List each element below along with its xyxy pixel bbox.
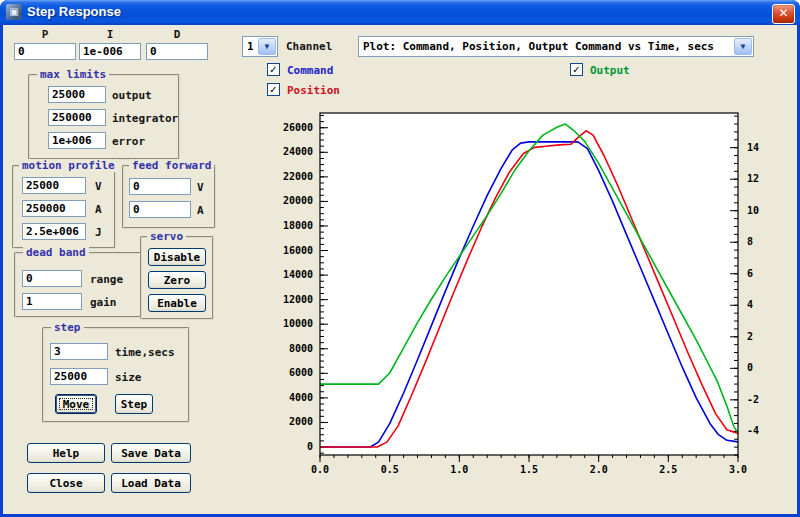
svg-text:2.0: 2.0 [590,464,608,475]
close-window-button[interactable]: ✕ [772,4,795,24]
ff-v-input[interactable] [129,178,191,195]
app-icon: ▣ [6,4,22,20]
svg-text:18000: 18000 [283,220,313,231]
max-integrator-input[interactable] [48,109,106,126]
save-data-button[interactable]: Save Data [111,443,191,463]
svg-text:6: 6 [747,268,753,279]
i-input[interactable] [79,43,141,60]
max-output-label: output [112,89,152,102]
title-bar[interactable]: ▣ Step Response ✕ [0,0,800,25]
max-integrator-label: integrator [112,112,178,125]
svg-text:-2: -2 [747,394,759,405]
max-error-label: error [112,135,145,148]
feed-forward-title: feed forward [129,159,214,172]
svg-text:0: 0 [307,441,313,452]
move-button[interactable]: Move [55,394,97,414]
d-input[interactable] [146,43,208,60]
window-title: Step Response [27,4,121,19]
svg-text:14000: 14000 [283,269,313,280]
svg-text:8000: 8000 [289,343,313,354]
svg-text:2.5: 2.5 [659,464,677,475]
svg-text:4000: 4000 [289,392,313,403]
p-input[interactable] [14,43,76,60]
plot-select-value: Plot: Command, Position, Output Command … [363,40,714,53]
plot-select[interactable]: Plot: Command, Position, Output Command … [358,36,754,57]
step-button[interactable]: Step [115,394,153,414]
help-button[interactable]: Help [27,443,105,463]
channel-value: 1 [247,40,254,53]
svg-text:12: 12 [747,173,759,184]
svg-text:4: 4 [747,299,753,310]
svg-text:0.5: 0.5 [381,464,399,475]
svg-text:14: 14 [747,142,759,153]
svg-text:1.5: 1.5 [520,464,538,475]
servo-title: servo [147,230,186,243]
step-response-window: ▣ Step Response ✕ P I D 1 ▼ Channel Plot… [0,0,800,517]
svg-text:3.0: 3.0 [729,464,747,475]
output-checkbox[interactable]: ✓ [570,63,583,76]
profile-a-label: A [95,203,102,216]
ff-v-label: V [197,181,204,194]
plot-dropdown-arrow-icon[interactable]: ▼ [734,38,752,55]
profile-v-input[interactable] [22,177,86,194]
svg-text:0: 0 [747,362,753,373]
motion-profile-title: motion profile [19,159,118,172]
deadband-range-input[interactable] [22,270,82,287]
channel-dropdown-arrow-icon[interactable]: ▼ [258,38,276,55]
svg-text:1.0: 1.0 [450,464,468,475]
ff-a-input[interactable] [129,201,191,218]
svg-text:8: 8 [747,236,753,247]
deadband-gain-label: gain [90,296,117,309]
svg-text:26000: 26000 [283,122,313,133]
profile-j-input[interactable] [22,223,86,240]
servo-disable-button[interactable]: Disable [148,248,206,266]
deadband-gain-input[interactable] [22,293,82,310]
ff-a-label: A [197,204,204,217]
p-label: P [14,28,76,41]
d-label: D [146,28,208,41]
servo-enable-button[interactable]: Enable [148,294,206,312]
svg-text:12000: 12000 [283,294,313,305]
svg-text:6000: 6000 [289,367,313,378]
svg-text:22000: 22000 [283,171,313,182]
load-data-button[interactable]: Load Data [111,473,191,493]
max-error-input[interactable] [48,132,106,149]
max-output-input[interactable] [48,86,106,103]
window-content: P I D 1 ▼ Channel Plot: Command, Positio… [3,25,797,514]
svg-text:16000: 16000 [283,245,313,256]
channel-label: Channel [286,40,332,53]
svg-text:0.0: 0.0 [311,464,329,475]
step-time-input[interactable] [50,343,108,360]
profile-j-label: J [95,226,102,239]
svg-text:10: 10 [747,205,759,216]
svg-text:2000: 2000 [289,416,313,427]
dead-band-title: dead band [23,246,89,259]
profile-a-input[interactable] [22,200,86,217]
position-checkbox[interactable]: ✓ [267,83,280,96]
close-button[interactable]: Close [27,473,105,493]
deadband-range-label: range [90,273,123,286]
step-response-plot: 0200040006000800010000120001400016000180… [255,100,797,500]
channel-select[interactable]: 1 ▼ [242,36,278,57]
step-size-label: size [115,371,142,384]
i-label: I [79,28,141,41]
svg-text:2: 2 [747,331,753,342]
svg-text:10000: 10000 [283,318,313,329]
output-label: Output [590,64,630,77]
servo-zero-button[interactable]: Zero [148,271,206,289]
step-size-input[interactable] [50,368,108,385]
max-limits-title: max limits [37,68,109,81]
svg-text:20000: 20000 [283,195,313,206]
svg-text:-4: -4 [747,425,759,436]
command-label: Command [287,64,333,77]
step-title: step [51,321,84,334]
position-label: Position [287,84,340,97]
profile-v-label: V [95,180,102,193]
step-time-label: time,secs [115,346,175,359]
command-checkbox[interactable]: ✓ [267,63,280,76]
svg-text:24000: 24000 [283,146,313,157]
feed-forward-group: feed forward [122,165,216,229]
